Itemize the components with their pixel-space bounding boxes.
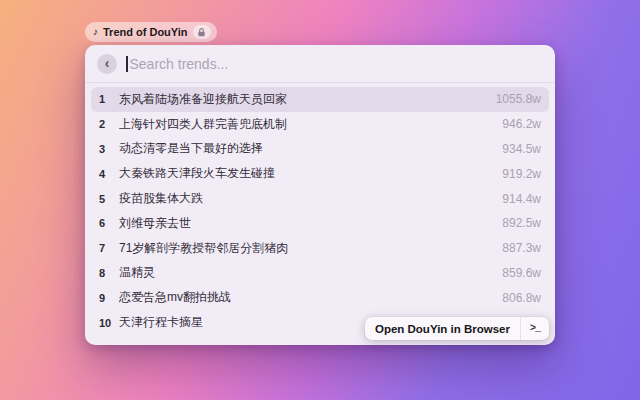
trend-row[interactable]: 4大秦铁路天津段火车发生碰撞919.2w xyxy=(91,161,549,186)
trend-list: 1东风着陆场准备迎接航天员回家1055.8w2上海针对四类人群完善兜底机制946… xyxy=(85,83,555,335)
trend-title: 动态清零是当下最好的选择 xyxy=(119,140,263,157)
search-input[interactable] xyxy=(130,56,544,72)
trend-row[interactable]: 6刘维母亲去世892.5w xyxy=(91,211,549,236)
trend-title: 天津行程卡摘星 xyxy=(119,314,203,331)
desktop-background: ♪ Trend of DouYin ‹ 1东风着陆场准备迎接航天员回家1055.… xyxy=(0,0,640,400)
trend-title: 恋爱告急mv翻拍挑战 xyxy=(119,289,231,306)
douyin-note-icon: ♪ xyxy=(93,27,98,37)
chevron-left-icon: ‹ xyxy=(105,56,110,70)
trend-rank: 7 xyxy=(99,242,115,254)
trend-row[interactable]: 771岁解剖学教授帮邻居分割猪肉887.3w xyxy=(91,236,549,261)
trend-title: 71岁解剖学教授帮邻居分割猪肉 xyxy=(119,240,288,257)
trend-rank: 9 xyxy=(99,292,115,304)
trend-views: 934.5w xyxy=(502,142,541,156)
trend-rank: 10 xyxy=(99,317,115,329)
action-label: Open DouYin in Browser xyxy=(365,323,520,335)
trend-title: 东风着陆场准备迎接航天员回家 xyxy=(119,91,287,108)
trend-title: 上海针对四类人群完善兜底机制 xyxy=(119,116,287,133)
trend-title: 刘维母亲去世 xyxy=(119,215,191,232)
open-douyin-in-browser-button[interactable]: Open DouYin in Browser >_ xyxy=(365,317,549,340)
trend-row[interactable]: 5疫苗股集体大跌914.4w xyxy=(91,186,549,211)
trend-title: 疫苗股集体大跌 xyxy=(119,190,203,207)
text-cursor xyxy=(126,56,128,72)
trends-window: ‹ 1东风着陆场准备迎接航天员回家1055.8w2上海针对四类人群完善兜底机制9… xyxy=(85,45,555,345)
trend-rank: 8 xyxy=(99,267,115,279)
trend-rank: 5 xyxy=(99,193,115,205)
trend-row[interactable]: 1东风着陆场准备迎接航天员回家1055.8w xyxy=(91,87,549,112)
trend-title: 温精灵 xyxy=(119,264,155,281)
trend-views: 887.3w xyxy=(502,241,541,255)
trend-row[interactable]: 9恋爱告急mv翻拍挑战806.8w xyxy=(91,285,549,310)
trend-row[interactable]: 3动态清零是当下最好的选择934.5w xyxy=(91,137,549,162)
trend-views: 859.6w xyxy=(502,266,541,280)
trend-rank: 3 xyxy=(99,143,115,155)
extension-pill-label: Trend of DouYin xyxy=(103,26,188,38)
trend-rank: 6 xyxy=(99,217,115,229)
trend-title: 大秦铁路天津段火车发生碰撞 xyxy=(119,165,275,182)
trend-rank: 2 xyxy=(99,118,115,130)
back-button[interactable]: ‹ xyxy=(97,54,117,74)
trend-views: 806.8w xyxy=(502,291,541,305)
trend-views: 946.2w xyxy=(502,117,541,131)
trend-views: 919.2w xyxy=(502,167,541,181)
trend-row[interactable]: 8温精灵859.6w xyxy=(91,261,549,286)
trend-views: 914.4w xyxy=(502,192,541,206)
trend-rank: 1 xyxy=(99,93,115,105)
trend-row[interactable]: 2上海针对四类人群完善兜底机制946.2w xyxy=(91,112,549,137)
lock-icon xyxy=(193,25,211,39)
trend-rank: 4 xyxy=(99,168,115,180)
trend-views: 1055.8w xyxy=(496,92,541,106)
terminal-icon: >_ xyxy=(521,323,549,334)
extension-pill[interactable]: ♪ Trend of DouYin xyxy=(85,22,217,42)
search-bar: ‹ xyxy=(85,45,555,82)
trend-views: 892.5w xyxy=(502,216,541,230)
